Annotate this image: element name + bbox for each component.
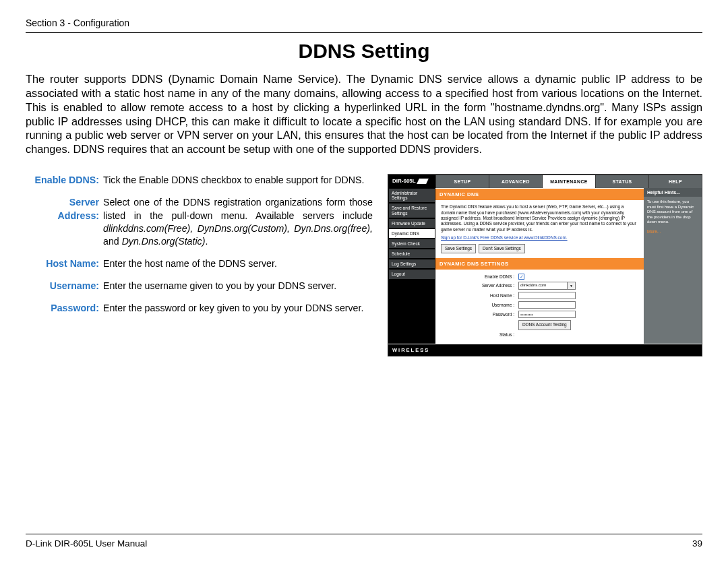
router-main-panel: DYNAMIC DNS The Dynamic DNS feature allo… [435, 188, 644, 344]
def-body-text: Select one of the DDNS registration orga… [103, 197, 373, 220]
chevron-down-icon: ▼ [567, 282, 575, 289]
save-settings-button[interactable]: Save Settings [441, 244, 476, 253]
panel-title-ddns: DYNAMIC DNS [435, 188, 644, 200]
top-rule [26, 32, 702, 33]
def-italic: Dyn.Dns.org(Static) [122, 236, 206, 247]
section-header: Section 3 - Configuration [26, 18, 702, 28]
router-hints-panel: Helpful Hints... To use this feature, yo… [644, 188, 702, 344]
def-label: Host Name: [46, 258, 99, 269]
form-label-password: Password : [441, 312, 518, 317]
router-ui-screenshot: DIR-605L SETUP ADVANCED MAINTENANCE STAT… [388, 174, 702, 356]
form-label-username: Username : [441, 303, 518, 308]
router-model-label: DIR-605L [388, 175, 435, 188]
bottom-rule [26, 534, 702, 534]
server-address-select[interactable]: dlinkddns.com▼ [518, 282, 576, 290]
form-label-server: Server Address : [441, 283, 518, 288]
password-input[interactable] [518, 311, 576, 318]
form-label-enable: Enable DDNS : [441, 274, 518, 280]
definitions-list: Enable DDNS: Tick the Enable DDNS checkb… [26, 174, 373, 324]
sidebar-item-firmware[interactable]: Firmware Update [388, 218, 435, 228]
form-label-status: Status : [441, 332, 518, 338]
username-input[interactable] [518, 301, 576, 309]
ddns-settings-form: Enable DDNS : ✓ Server Address : dlinkdd… [435, 270, 644, 344]
form-label-host: Host Name : [441, 293, 518, 299]
def-label: Password: [51, 303, 99, 313]
router-sidebar: Administrator Settings Save and Restore … [388, 188, 435, 344]
panel-body-ddns: The Dynamic DNS feature allows you to ho… [435, 200, 644, 257]
def-body-text: . [205, 236, 208, 247]
ddns-test-button[interactable]: DDNS Account Testing [518, 320, 571, 330]
page-title: DDNS Setting [26, 40, 702, 63]
def-username: Username: Enter the username given to yo… [26, 280, 373, 292]
sidebar-item-ddns[interactable]: Dynamic DNS [388, 228, 435, 239]
hints-title: Helpful Hints... [644, 188, 702, 197]
dont-save-settings-button[interactable]: Don't Save Settings [479, 244, 525, 253]
def-italic: dlinkddns.com(Free), DynDns.org(Custom),… [103, 223, 373, 234]
def-body: Select one of the DDNS registration orga… [103, 196, 373, 248]
select-value: dlinkddns.com [520, 283, 546, 288]
def-body: Tick the Enable DDNS checkbox to enable … [103, 175, 364, 185]
def-label: Server Address: [58, 197, 100, 220]
sidebar-item-save-restore[interactable]: Save and Restore Settings [388, 203, 435, 218]
tab-setup[interactable]: SETUP [435, 175, 489, 188]
signup-link[interactable]: Sign up for D-Link's Free DDNS service a… [441, 235, 568, 240]
def-password: Password: Enter the password or key give… [26, 302, 373, 315]
panel-title-ddns-settings: DYNAMIC DNS SETTINGS [435, 257, 644, 270]
router-footer-brand: WIRELESS [388, 344, 702, 356]
def-host-name: Host Name: Enter the host name of the DD… [26, 257, 373, 270]
page-footer: D-Link DIR-605L User Manual 39 [26, 534, 702, 549]
hints-body: To use this feature, you must first have… [644, 197, 702, 228]
tab-status[interactable]: STATUS [595, 175, 648, 188]
def-body: Enter the username given to you by your … [103, 280, 336, 291]
router-tabs: SETUP ADVANCED MAINTENANCE STATUS HELP [435, 175, 702, 188]
tab-maintenance[interactable]: MAINTENANCE [542, 175, 595, 188]
sidebar-item-system-check[interactable]: System Check [388, 239, 435, 249]
def-label: Username: [50, 280, 99, 291]
sidebar-item-log-settings[interactable]: Log Settings [388, 259, 435, 269]
intro-paragraph: The router supports DDNS (Dynamic Domain… [26, 72, 702, 156]
panel-desc: The Dynamic DNS feature allows you to ho… [441, 204, 638, 232]
def-body-text: and [103, 236, 122, 247]
def-label: Enable DDNS: [35, 175, 99, 185]
sidebar-item-logout[interactable]: Logout [388, 269, 435, 279]
enable-ddns-checkbox[interactable]: ✓ [518, 274, 524, 280]
tab-help[interactable]: HELP [648, 175, 702, 188]
tab-advanced[interactable]: ADVANCED [489, 175, 542, 188]
host-name-input[interactable] [518, 292, 576, 299]
def-body: Enter the password or key given to you b… [103, 303, 363, 313]
def-enable-ddns: Enable DDNS: Tick the Enable DDNS checkb… [26, 174, 373, 187]
sidebar-item-schedule[interactable]: Schedule [388, 249, 435, 259]
def-body: Enter the host name of the DDNS server. [103, 258, 277, 269]
hints-more-link[interactable]: More... [644, 228, 702, 235]
def-server-address: Server Address: Select one of the DDNS r… [26, 196, 373, 248]
footer-page-number: 39 [692, 538, 702, 549]
sidebar-item-admin[interactable]: Administrator Settings [388, 188, 435, 203]
footer-manual-name: D-Link DIR-605L User Manual [26, 538, 147, 549]
